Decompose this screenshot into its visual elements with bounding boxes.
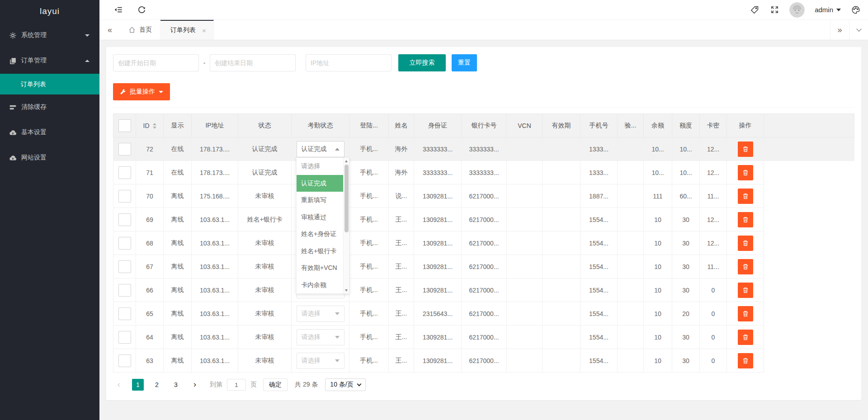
scroll-up-icon[interactable]	[344, 158, 349, 164]
refresh-icon[interactable]	[137, 5, 146, 15]
ip-address-input[interactable]	[306, 54, 392, 71]
content-area: - 立即搜索 重置 批量操作	[99, 40, 868, 420]
pagination-next[interactable]: ›	[189, 379, 201, 391]
reset-button[interactable]: 重置	[452, 54, 477, 71]
cell-login: 手机...	[349, 255, 389, 278]
pagination-page[interactable]: 3	[170, 379, 182, 391]
sidebar-item-system-management[interactable]: 系统管理	[0, 23, 99, 48]
delete-button[interactable]	[738, 283, 753, 298]
row-checkbox[interactable]	[118, 237, 131, 250]
batch-operation-button[interactable]: 批量操作	[113, 83, 170, 100]
attendance-select[interactable]: 认证完成	[297, 141, 344, 157]
delete-button[interactable]	[738, 142, 753, 157]
row-checkbox[interactable]	[118, 213, 131, 226]
collapse-sidebar-icon[interactable]	[113, 5, 123, 15]
row-checkbox[interactable]	[118, 354, 131, 367]
gear-icon	[9, 32, 17, 39]
dropdown-option[interactable]: 认证完成	[297, 175, 343, 192]
cell-vcn	[507, 349, 542, 373]
cell-ip: 103.63.1...	[192, 278, 238, 302]
attendance-select[interactable]: 请选择	[297, 353, 344, 369]
column-header-5: 考勤状态	[292, 114, 349, 137]
row-checkbox[interactable]	[118, 331, 131, 344]
delete-button[interactable]	[738, 212, 753, 227]
sidebar-item-basic-settings[interactable]: 基本设置	[0, 120, 99, 145]
sidebar-item-clear-cache[interactable]: 清除缓存	[0, 94, 99, 120]
row-checkbox[interactable]	[118, 190, 131, 203]
sort-icon[interactable]	[153, 123, 156, 129]
tabs-scroll-right-button[interactable]: »	[830, 20, 849, 40]
sidebar-item-site-settings[interactable]: 网站设置	[0, 145, 99, 170]
delete-button[interactable]	[738, 306, 753, 321]
cell-balance: 10	[644, 255, 672, 278]
delete-button[interactable]	[738, 236, 753, 251]
cell-status: 未审核	[238, 231, 292, 255]
theme-palette-icon[interactable]	[851, 5, 861, 15]
delete-button[interactable]	[738, 259, 753, 274]
cell-checkbox	[113, 302, 136, 326]
date-end-input[interactable]	[210, 54, 296, 71]
goto-label: 到第	[210, 381, 222, 389]
sidebar-item-order-list[interactable]: 订单列表	[0, 73, 99, 94]
cell-checkbox	[113, 326, 136, 349]
tab-home[interactable]: 首页	[120, 20, 160, 40]
row-checkbox[interactable]	[118, 143, 131, 156]
tab-order-list[interactable]: 订单列表 ×	[160, 20, 214, 40]
dropdown-option[interactable]: 卡内余额	[297, 277, 343, 294]
page-size-select[interactable]: 10 条/页	[325, 378, 365, 391]
delete-button[interactable]	[738, 353, 753, 368]
pagination-page[interactable]: 2	[151, 379, 163, 391]
cell-expiry	[542, 137, 580, 161]
scroll-down-icon[interactable]	[344, 288, 349, 293]
dropdown-option[interactable]: 姓名+银行卡	[297, 243, 343, 260]
cell-vcn	[507, 231, 542, 255]
dropdown-option[interactable]: 有效期+VCN	[297, 260, 343, 277]
goto-page-input[interactable]	[227, 379, 246, 391]
date-start-input[interactable]	[113, 54, 199, 71]
sidebar-item-order-management[interactable]: 订单管理	[0, 48, 99, 73]
delete-button[interactable]	[738, 189, 753, 204]
column-header-1[interactable]: ID	[136, 114, 164, 137]
attendance-select[interactable]: 请选择	[297, 306, 344, 322]
cell-filler	[764, 184, 854, 208]
delete-button[interactable]	[738, 165, 753, 180]
tab-label: 订单列表	[170, 26, 196, 34]
select-all-checkbox[interactable]	[118, 119, 131, 132]
cell-card_secret: 12...	[700, 208, 727, 231]
fullscreen-icon[interactable]	[769, 5, 779, 15]
confirm-button[interactable]: 确定	[263, 378, 288, 391]
close-icon[interactable]: ×	[202, 27, 206, 34]
cell-verify	[618, 302, 644, 326]
cloud-upload-icon	[9, 154, 17, 162]
app-logo: layui	[0, 0, 99, 23]
tag-icon[interactable]	[750, 5, 760, 15]
cell-ip: 103.63.1...	[192, 231, 238, 255]
dropdown-option[interactable]: 姓名+身份证	[297, 226, 343, 243]
row-checkbox[interactable]	[118, 307, 131, 320]
cell-expiry	[542, 302, 580, 326]
sidebar: layui 系统管理 订单管理 订单列表 清除缓存 基本	[0, 0, 99, 420]
dropdown-option[interactable]: 重新填写	[297, 192, 343, 209]
dropdown-option[interactable]: 审核通过	[297, 209, 343, 226]
sidebar-item-label: 清除缓存	[21, 103, 47, 111]
row-checkbox[interactable]	[118, 284, 131, 297]
cell-vcn	[507, 184, 542, 208]
trash-icon	[742, 146, 749, 153]
user-menu[interactable]: admin	[815, 6, 841, 14]
tabs-menu-button[interactable]	[849, 20, 868, 40]
tabs-scroll-left-button[interactable]: «	[99, 20, 120, 40]
pagination-page[interactable]: 1	[132, 379, 144, 391]
attendance-dropdown-panel: 请选择认证完成重新填写审核通过姓名+身份证姓名+银行卡有效期+VCN卡内余额	[296, 157, 349, 294]
attendance-select[interactable]: 请选择	[297, 329, 344, 345]
dropdown-scrollbar[interactable]	[343, 158, 349, 293]
dropdown-option[interactable]: 请选择	[297, 158, 343, 175]
cell-display: 离线	[164, 302, 192, 326]
pagination-prev[interactable]: ‹	[113, 379, 125, 391]
row-checkbox[interactable]	[118, 166, 131, 179]
search-button[interactable]: 立即搜索	[398, 54, 446, 71]
row-checkbox[interactable]	[118, 260, 131, 273]
cell-card_secret: 12...	[700, 137, 727, 161]
avatar[interactable]	[789, 2, 805, 18]
delete-button[interactable]	[738, 330, 753, 345]
scrollbar-thumb[interactable]	[344, 165, 349, 232]
